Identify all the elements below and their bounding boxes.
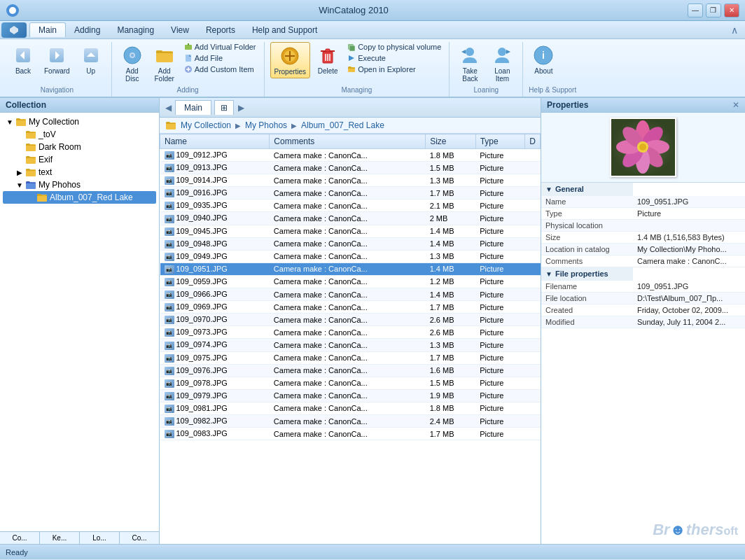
tree-item-text[interactable]: ▶ text	[3, 166, 156, 178]
text-icon	[25, 167, 36, 178]
forward-label: Forward	[44, 67, 70, 75]
breadcrumb-my-phohos[interactable]: My Phohos	[245, 120, 287, 130]
execute-button[interactable]: Execute	[345, 53, 443, 63]
managing-group-label: Managing	[270, 86, 444, 94]
tree-item-album007[interactable]: Album_007_Red Lake	[3, 191, 156, 204]
menu-tab-adding[interactable]: Adding	[66, 23, 109, 37]
menu-tab-main[interactable]: Main	[29, 22, 66, 37]
copy-physical-label: Copy to physical volume	[358, 43, 441, 51]
menu-tab-reports[interactable]: Reports	[197, 23, 244, 37]
menu-tab-view[interactable]: View	[162, 23, 197, 37]
tree-item-my-phohos[interactable]: ▼ My Phohos	[3, 178, 156, 191]
expand-my-collection[interactable]: ▼	[4, 118, 15, 126]
prop-section-file[interactable]: ▼ File properties	[541, 267, 745, 281]
delete-button[interactable]: Delete	[313, 42, 342, 77]
window-title: WinCatalog 2010	[319, 5, 389, 15]
tab-nav-next[interactable]: ▶	[235, 101, 246, 115]
breadcrumb-album[interactable]: Album_007_Red Lake	[301, 120, 384, 130]
tab-nav-prev[interactable]: ◀	[162, 101, 174, 115]
table-row[interactable]: 📷109_0949.JPG Camera make : CanonCa... 1…	[160, 250, 541, 262]
close-button[interactable]: ✕	[724, 4, 739, 18]
add-folder-button[interactable]: AddFolder	[150, 42, 179, 85]
bottom-nav-ke[interactable]: Ke...	[40, 532, 80, 544]
titlebar: WinCatalog 2010 — ❐ ✕	[0, 0, 745, 21]
table-row[interactable]: 📷109_0970.JPG Camera make : CanonCa... 2…	[160, 314, 541, 326]
table-row[interactable]: 📷109_0912.JPG Camera make : CanonCa... 1…	[160, 149, 541, 162]
col-d[interactable]: D	[525, 134, 541, 149]
tree-item-dark-room[interactable]: Dark Room	[3, 141, 156, 153]
col-size[interactable]: Size	[426, 134, 476, 149]
bottom-nav-co[interactable]: Co...	[0, 532, 40, 544]
table-row[interactable]: 📷109_0983.JPG Camera make : CanonCa... 1…	[160, 428, 541, 440]
col-comments[interactable]: Comments	[270, 134, 426, 149]
properties-thumbnail	[610, 118, 676, 177]
tree-label-text: text	[39, 167, 52, 177]
add-disc-button[interactable]: AddDisc	[118, 42, 147, 85]
prop-row: Filename109_0951.JPG	[541, 281, 745, 293]
app-orb[interactable]	[1, 22, 27, 38]
add-file-button[interactable]: Add File	[182, 53, 258, 63]
table-row[interactable]: 📷109_0969.JPG Camera make : CanonCa... 1…	[160, 301, 541, 314]
table-row[interactable]: 📷109_0975.JPG Camera make : CanonCa... 1…	[160, 351, 541, 364]
up-button[interactable]: Up	[76, 42, 106, 77]
expand-my-phohos[interactable]: ▼	[14, 181, 25, 189]
expand-text[interactable]: ▶	[14, 169, 25, 176]
table-row[interactable]: 📷109_0948.JPG Camera make : CanonCa... 1…	[160, 237, 541, 250]
file-tab-main[interactable]: Main	[175, 100, 211, 115]
col-type[interactable]: Type	[475, 134, 525, 149]
bottom-nav-lo[interactable]: Lo...	[80, 532, 120, 544]
menu-tab-help[interactable]: Help and Support	[244, 23, 326, 37]
table-row[interactable]: 📷109_0945.JPG Camera make : CanonCa... 1…	[160, 225, 541, 237]
properties-close[interactable]: ✕	[732, 100, 739, 110]
table-row[interactable]: 📷109_0951.JPG Camera make : CanonCa... 1…	[160, 262, 541, 275]
up-label: Up	[86, 67, 95, 75]
table-row[interactable]: 📷109_0914.JPG Camera make : CanonCa... 1…	[160, 174, 541, 187]
tree-item-my-collection[interactable]: ▼ My Collection	[3, 115, 156, 128]
take-back-button[interactable]: TakeBack	[455, 42, 485, 85]
restore-button[interactable]: ❐	[706, 4, 721, 18]
prop-section-general[interactable]: ▼ General	[541, 183, 745, 196]
table-row[interactable]: 📷109_0978.JPG Camera make : CanonCa... 1…	[160, 377, 541, 389]
add-folder-icon	[153, 44, 176, 66]
bottom-nav-co2[interactable]: Co...	[120, 532, 159, 544]
properties-panel: Properties ✕	[541, 98, 745, 544]
collapse-ribbon[interactable]: ∧	[725, 24, 744, 36]
file-tab-icon[interactable]: ⊞	[214, 100, 234, 115]
minimize-button[interactable]: —	[688, 4, 703, 18]
table-row[interactable]: 📷109_0982.JPG Camera make : CanonCa... 2…	[160, 414, 541, 427]
add-virtual-folder-button[interactable]: Add Virtual Folder	[182, 42, 258, 52]
svg-rect-13	[185, 45, 192, 50]
forward-button[interactable]: Forward	[41, 42, 74, 77]
loan-item-label: LoanItem	[494, 67, 510, 83]
back-button[interactable]: Back	[8, 42, 38, 77]
menu-tab-managing[interactable]: Managing	[109, 23, 162, 37]
table-row[interactable]: 📷109_0913.JPG Camera make : CanonCa... 1…	[160, 162, 541, 174]
folder-nav-icon	[165, 120, 176, 131]
table-row[interactable]: 📷109_0979.JPG Camera make : CanonCa... 1…	[160, 389, 541, 402]
table-row[interactable]: 📷109_0981.JPG Camera make : CanonCa... 1…	[160, 402, 541, 414]
svg-point-34	[466, 48, 474, 56]
svg-rect-31	[349, 46, 355, 51]
adding-group-label: Adding	[118, 86, 258, 94]
main-content: Collection ▼ My Collection _toV	[0, 98, 745, 544]
about-button[interactable]: i About	[529, 42, 558, 77]
tree-label-my-collection: My Collection	[29, 117, 79, 127]
table-row[interactable]: 📷109_0959.JPG Camera make : CanonCa... 1…	[160, 275, 541, 288]
properties-button[interactable]: Properties	[270, 42, 311, 78]
table-row[interactable]: 📷109_0940.JPG Camera make : CanonCa... 2…	[160, 212, 541, 225]
table-row[interactable]: 📷109_0935.JPG Camera make : CanonCa... 2…	[160, 200, 541, 212]
table-row[interactable]: 📷109_0976.JPG Camera make : CanonCa... 1…	[160, 364, 541, 377]
add-custom-item-button[interactable]: Add Custom Item	[182, 64, 258, 74]
table-row[interactable]: 📷109_0916.JPG Camera make : CanonCa... 1…	[160, 187, 541, 200]
open-explorer-button[interactable]: Open in Explorer	[345, 64, 443, 74]
table-row[interactable]: 📷109_0966.JPG Camera make : CanonCa... 1…	[160, 288, 541, 301]
breadcrumb-my-collection[interactable]: My Collection	[181, 120, 231, 130]
col-name[interactable]: Name	[160, 134, 270, 149]
tree-item-exif[interactable]: Exif	[3, 153, 156, 166]
file-area: ◀ Main ⊞ ▶ My Collection ▶ My Phohos ▶ A…	[160, 98, 541, 544]
copy-to-physical-button[interactable]: Copy to physical volume	[345, 42, 443, 52]
table-row[interactable]: 📷109_0974.JPG Camera make : CanonCa... 1…	[160, 339, 541, 351]
table-row[interactable]: 📷109_0973.JPG Camera make : CanonCa... 2…	[160, 326, 541, 339]
tree-item-tov[interactable]: _toV	[3, 128, 156, 141]
loan-item-button[interactable]: LoanItem	[487, 42, 517, 85]
